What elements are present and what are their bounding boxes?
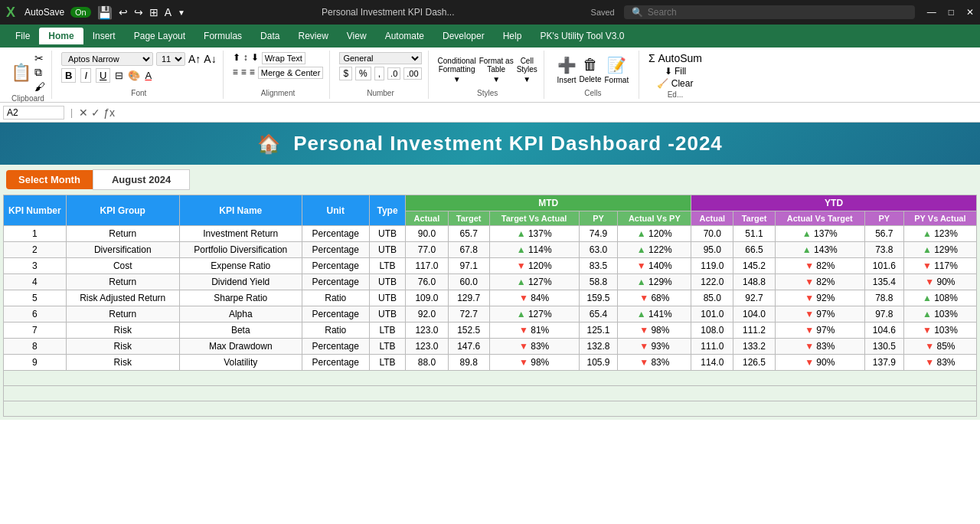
maximize-icon[interactable]: □	[949, 7, 954, 18]
cell-kpi-name: Portfolio Diversification	[179, 242, 302, 258]
font-size-select[interactable]: 11	[156, 52, 185, 66]
bold-button[interactable]: B	[61, 68, 76, 83]
cell-kpi-name: Sharpe Ratio	[179, 290, 302, 306]
underline-button[interactable]: U	[96, 68, 110, 83]
tab-data[interactable]: Data	[251, 28, 289, 44]
cell-styles-arrow[interactable]: ▼	[523, 75, 531, 84]
arrow-down-icon: ▼	[639, 357, 648, 368]
format-table-icon[interactable]: Format asTable	[479, 57, 514, 74]
tab-file[interactable]: File	[6, 28, 39, 44]
cell-type: UTB	[369, 242, 406, 258]
format-painter-icon[interactable]: 🖌	[34, 80, 45, 93]
align-right-icon[interactable]: ≡	[250, 67, 255, 79]
autosum-icon[interactable]: Σ AutoSum	[648, 52, 702, 64]
cell-ytd-avt: ▼ 82%	[775, 274, 864, 290]
cell-mtd-tva: ▲ 127%	[489, 274, 579, 290]
fill-icon[interactable]: ⬇ Fill	[665, 66, 687, 77]
align-left-icon[interactable]: ≡	[233, 67, 238, 79]
clear-icon[interactable]: 🧹 Clear	[657, 78, 693, 89]
dashboard-title: Personal Investment KPI Dashboard -2024	[293, 132, 723, 156]
cell-ytd-actual: 119.0	[691, 258, 733, 274]
grid-icon[interactable]: ⊞	[149, 6, 158, 18]
cell-kpi-group: Diversification	[66, 242, 179, 258]
confirm-icon[interactable]: ✓	[91, 106, 100, 119]
tab-automate[interactable]: Automate	[376, 28, 433, 44]
border-icon[interactable]: ⊟	[115, 70, 123, 81]
arrow-up-icon: ▲	[802, 244, 812, 255]
undo-icon[interactable]: ↩	[119, 6, 128, 18]
comma-icon[interactable]: ,	[374, 67, 384, 80]
tab-home[interactable]: Home	[39, 28, 83, 44]
tab-insert[interactable]: Insert	[83, 28, 125, 44]
month-value[interactable]: August 2024	[93, 169, 190, 190]
cell-reference-input[interactable]	[3, 106, 64, 120]
tab-review[interactable]: Review	[289, 28, 337, 44]
cell-type: UTB	[369, 290, 406, 306]
merge-center-icon[interactable]: Merge & Center	[258, 67, 324, 79]
wrap-text-icon[interactable]: Wrap Text	[262, 52, 305, 64]
cell-styles-icon[interactable]: CellStyles	[517, 57, 537, 74]
font-family-select[interactable]: Aptos Narrow	[61, 52, 153, 66]
autosave-toggle[interactable]: On	[70, 7, 91, 18]
tab-developer[interactable]: Developer	[433, 28, 494, 44]
cell-mtd-actual: 76.0	[406, 274, 448, 290]
copy-icon[interactable]: ⧉	[34, 66, 45, 79]
format-cells-icon[interactable]: 📝	[607, 56, 626, 74]
save-icon[interactable]: 💾	[97, 5, 113, 20]
percent-icon[interactable]: %	[355, 67, 371, 80]
align-bottom-icon[interactable]: ⬇	[251, 52, 259, 64]
font-color-icon[interactable]: A	[165, 6, 172, 18]
cell-mtd-actual: 77.0	[406, 242, 448, 258]
increase-font-icon[interactable]: A↑	[188, 53, 201, 65]
tab-page-layout[interactable]: Page Layout	[125, 28, 194, 44]
redo-icon[interactable]: ↪	[134, 6, 143, 18]
font-color-button[interactable]: A	[145, 70, 152, 81]
cut-icon[interactable]: ✂	[34, 52, 45, 64]
cell-ytd-py: 135.4	[864, 274, 903, 290]
decrease-font-icon[interactable]: A↓	[204, 53, 216, 65]
tab-help[interactable]: Help	[494, 28, 531, 44]
cell-mtd-target: 97.1	[448, 258, 489, 274]
cell-ytd-pvsa: ▼ 85%	[903, 339, 976, 355]
align-middle-icon[interactable]: ↕	[243, 52, 248, 64]
close-icon[interactable]: ✕	[966, 7, 974, 18]
function-icon[interactable]: ƒx	[103, 106, 115, 119]
format-table-arrow[interactable]: ▼	[492, 75, 500, 84]
cell-ytd-target: 92.7	[733, 290, 775, 306]
cell-unit: Percentage	[302, 258, 369, 274]
arrow-up-icon: ▲	[802, 228, 812, 239]
cancel-icon[interactable]: ✕	[79, 106, 88, 119]
minimize-icon[interactable]: —	[927, 7, 936, 18]
align-top-icon[interactable]: ⬆	[233, 52, 240, 64]
formula-input[interactable]	[118, 106, 977, 119]
cell-ytd-target: 133.2	[733, 339, 775, 355]
number-format-select[interactable]: General	[339, 52, 421, 64]
col-kpi-number: KPI Number	[4, 195, 67, 226]
search-bar[interactable]: 🔍	[624, 5, 915, 19]
decrease-decimal-icon[interactable]: .00	[403, 67, 421, 80]
insert-cells-icon[interactable]: ➕	[557, 56, 577, 74]
currency-icon[interactable]: $	[339, 67, 352, 80]
tab-pk-utility[interactable]: PK's Utility Tool V3.0	[531, 28, 633, 44]
cell-kpi-name: Volatility	[179, 355, 302, 371]
tab-view[interactable]: View	[338, 28, 376, 44]
dropdown-arrow-icon[interactable]: ▼	[178, 8, 185, 17]
align-center-icon[interactable]: ≡	[241, 67, 247, 79]
tab-formulas[interactable]: Formulas	[194, 28, 251, 44]
cells-icons: ➕ Insert 🗑 Delete 📝 Format	[557, 52, 629, 87]
clipboard-group: 📋 ✂ ⧉ 🖌 Clipboard	[5, 51, 52, 99]
italic-button[interactable]: I	[80, 68, 91, 83]
cell-mtd-avpy: ▲ 120%	[618, 226, 691, 242]
select-month-label[interactable]: Select Month	[6, 170, 93, 189]
delete-cells-icon[interactable]: 🗑	[583, 56, 598, 74]
fill-color-icon[interactable]: 🎨	[128, 70, 140, 81]
paste-icon[interactable]: 📋	[11, 63, 31, 83]
search-input[interactable]	[648, 7, 907, 18]
cell-ytd-actual: 111.0	[691, 339, 733, 355]
cond-format-arrow[interactable]: ▼	[453, 75, 461, 84]
styles-label: Styles	[477, 87, 498, 97]
increase-decimal-icon[interactable]: .0	[387, 67, 400, 80]
table-row: 8 Risk Max Drawdown Percentage LTB 123.0…	[4, 339, 977, 355]
conditional-formatting-icon[interactable]: ConditionalFormatting	[438, 57, 476, 74]
arrow-up-icon: ▲	[517, 244, 526, 255]
